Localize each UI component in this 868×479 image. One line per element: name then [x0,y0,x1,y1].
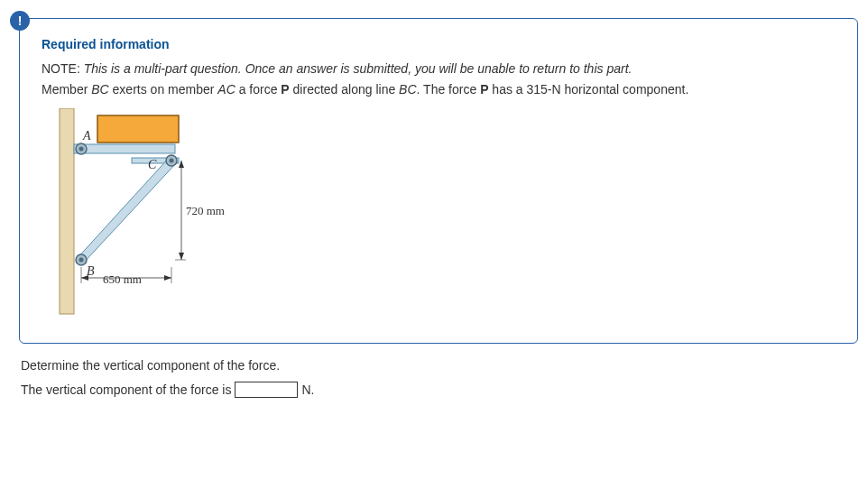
problem-statement: Member BC exerts on member AC a force P … [42,80,836,99]
svg-point-8 [79,258,84,263]
svg-marker-17 [164,275,171,281]
label-b: B [87,262,95,281]
svg-point-6 [79,147,84,152]
svg-rect-1 [74,144,175,153]
text: directed along line [290,82,399,97]
label-a: A [83,126,91,145]
required-info-heading: Required information [42,35,836,54]
svg-marker-12 [179,161,184,168]
svg-rect-0 [60,108,74,314]
svg-rect-3 [97,115,179,143]
required-info-box: Required information NOTE: This is a mul… [19,18,858,344]
text: . The force [417,82,481,97]
var-ac: AC [217,82,235,97]
text: exerts on member [109,82,218,97]
alert-icon: ! [10,11,30,31]
note-italic-text: This is a multi-part question. Once an a… [84,61,633,76]
diagram-figure: A C B 720 mm 650 mm [42,108,231,316]
answer-input[interactable] [235,382,298,398]
text: has a 315-N horizontal component. [488,82,688,97]
svg-marker-13 [179,253,184,260]
svg-point-10 [170,159,174,163]
text: a force [235,82,282,97]
dim-vertical: 720 mm [186,202,225,220]
answer-unit: N. [301,382,314,397]
var-bc2: BC [399,82,416,97]
dim-horizontal: 650 mm [103,271,142,289]
note-line: NOTE: This is a multi-part question. Onc… [42,60,836,78]
question-text: Determine the vertical component of the … [21,358,858,373]
var-bc: BC [91,82,108,97]
answer-row: The vertical component of the force is N… [21,382,858,398]
label-c: C [148,155,156,174]
text: Member [42,82,91,97]
note-label: NOTE: [42,61,84,76]
answer-prefix: The vertical component of the force is [21,382,231,397]
var-p: P [281,82,289,97]
svg-marker-4 [76,157,177,263]
